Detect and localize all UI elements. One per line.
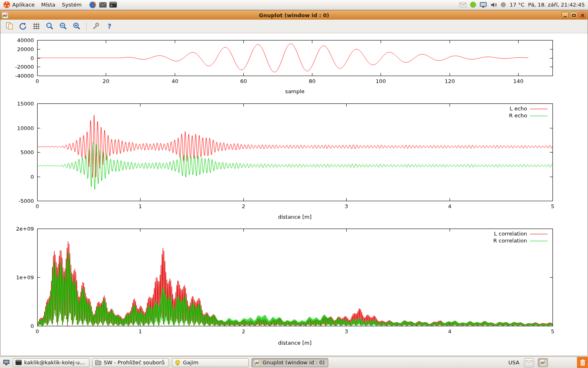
display-icon[interactable] bbox=[480, 2, 487, 8]
system-menu[interactable]: Systém bbox=[58, 0, 85, 9]
weather-icon[interactable] bbox=[501, 2, 506, 7]
terminal-task-icon bbox=[16, 360, 22, 365]
task-label: SW - Prohlížeč souborů bbox=[104, 359, 165, 366]
bottom-panel: kaklik@kaklik-kolej-u... SW - Prohlížeč … bbox=[0, 357, 588, 368]
wrench-icon bbox=[92, 22, 100, 30]
trash-button[interactable] bbox=[577, 357, 588, 368]
places-menu-label: Místa bbox=[41, 2, 56, 8]
task-label: Gajim bbox=[183, 359, 198, 366]
zoom-previous-button[interactable] bbox=[45, 21, 55, 31]
mail-tray-icon bbox=[526, 360, 532, 365]
firefox-icon[interactable] bbox=[89, 1, 96, 9]
refresh-icon bbox=[19, 22, 27, 30]
applications-menu-label: Aplikace bbox=[12, 2, 35, 8]
minimize-button[interactable] bbox=[561, 12, 569, 18]
taskbar-item-gajim[interactable]: Gajim bbox=[172, 358, 249, 367]
system-menu-label: Systém bbox=[62, 2, 81, 8]
close-button[interactable] bbox=[579, 12, 586, 18]
applications-menu[interactable]: Aplikace bbox=[0, 0, 38, 9]
help-icon: ? bbox=[107, 22, 111, 30]
zoom-in-button[interactable] bbox=[71, 21, 82, 31]
mail-notification-icon[interactable] bbox=[459, 2, 466, 7]
task-label: Gnuplot (window id : 0) bbox=[263, 359, 325, 366]
top-panel: Aplikace Místa Systém bbox=[0, 0, 588, 10]
mail-launcher-icon[interactable] bbox=[99, 2, 107, 8]
taskbar-item-gnuplot[interactable]: Gnuplot (window id : 0) bbox=[252, 358, 328, 367]
configure-button[interactable] bbox=[91, 21, 101, 31]
gnuplot-window: Gnuplot (window id : 0) bbox=[0, 10, 588, 355]
plot-area bbox=[0, 34, 588, 355]
show-desktop-icon bbox=[3, 359, 10, 366]
distro-logo-icon bbox=[3, 1, 10, 8]
keyboard-layout-indicator[interactable]: USA bbox=[508, 359, 520, 366]
gnuplot-task-icon bbox=[254, 360, 260, 366]
system-tray: 17 °C Pá, 18. září, 21:42:45 bbox=[459, 2, 588, 8]
copy-to-clipboard-button[interactable] bbox=[4, 21, 15, 31]
volume-icon[interactable] bbox=[490, 2, 497, 8]
grid-icon bbox=[32, 22, 40, 30]
zoom-out-icon bbox=[59, 22, 67, 30]
zoom-out-button[interactable] bbox=[58, 21, 69, 31]
close-icon bbox=[581, 13, 584, 17]
maximize-button[interactable] bbox=[570, 12, 577, 18]
panel-launchers bbox=[89, 1, 117, 9]
titlebar[interactable]: Gnuplot (window id : 0) bbox=[0, 11, 588, 20]
toolbar: ? bbox=[0, 20, 588, 33]
update-notifier-icon[interactable] bbox=[470, 2, 476, 8]
help-button[interactable]: ? bbox=[104, 21, 115, 31]
zoom-in-icon bbox=[73, 22, 81, 30]
temperature-applet[interactable]: 17 °C bbox=[510, 2, 524, 8]
task-label: kaklik@kaklik-kolej-u... bbox=[24, 359, 85, 366]
window-controls bbox=[561, 12, 586, 18]
minimize-icon bbox=[564, 16, 567, 17]
gnuplot-tray-button[interactable] bbox=[538, 358, 548, 367]
toggle-grid-button[interactable] bbox=[31, 21, 42, 31]
desktop: Aplikace Místa Systém bbox=[0, 0, 588, 368]
taskbar-item-file-manager[interactable]: SW - Prohlížeč souborů bbox=[92, 358, 169, 367]
terminal-icon[interactable] bbox=[109, 2, 117, 8]
window-title: Gnuplot (window id : 0) bbox=[0, 12, 588, 18]
places-menu[interactable]: Místa bbox=[38, 0, 59, 9]
gajim-icon bbox=[175, 360, 180, 366]
maximize-icon bbox=[572, 14, 576, 17]
mail-tray-button[interactable] bbox=[524, 358, 534, 367]
taskbar-item-terminal[interactable]: kaklik@kaklik-kolej-u... bbox=[13, 358, 89, 367]
replot-button[interactable] bbox=[18, 21, 28, 31]
gnuplot-window-icon bbox=[2, 12, 9, 18]
taskbar-tray: USA bbox=[508, 357, 588, 368]
zoom-previous-icon bbox=[46, 22, 54, 30]
copy-icon bbox=[5, 22, 13, 30]
gnuplot-tray-icon bbox=[540, 359, 546, 366]
file-manager-icon bbox=[95, 360, 101, 365]
toolbar-separator bbox=[86, 22, 87, 30]
trash-icon bbox=[579, 359, 586, 366]
gnuplot-charts-canvas[interactable] bbox=[0, 34, 588, 355]
clock-applet[interactable]: Pá, 18. září, 21:42:45 bbox=[528, 2, 585, 8]
show-desktop-button[interactable] bbox=[1, 358, 11, 367]
